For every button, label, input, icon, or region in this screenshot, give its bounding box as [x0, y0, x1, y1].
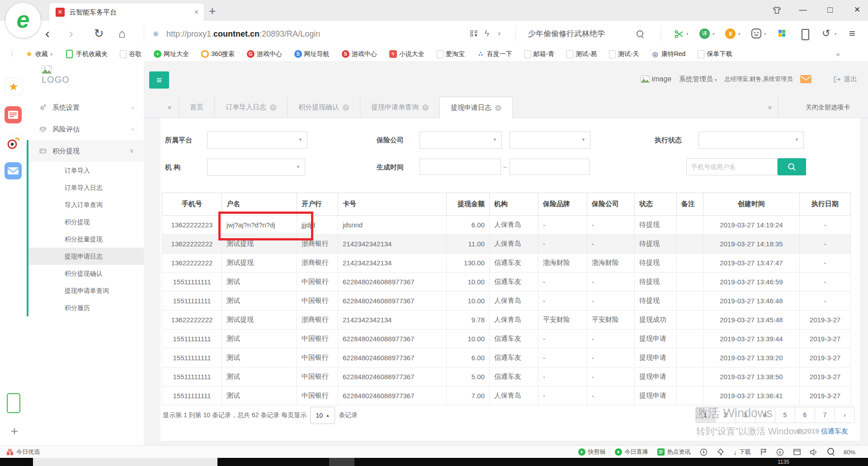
screenshot-scissors-icon[interactable]	[675, 30, 684, 38]
page-size-select[interactable]: 10▲	[310, 407, 335, 424]
download-button[interactable]: ↓下载	[733, 448, 751, 456]
tab-close-icon[interactable]: ×	[194, 3, 198, 21]
browser-logo-icon[interactable]	[5, 3, 41, 38]
column-header-手机号[interactable]: 手机号	[162, 193, 222, 216]
messages-icon[interactable]	[800, 75, 811, 83]
table-row[interactable]: 15511111111测试中国银行62284802460889773677.00…	[162, 386, 851, 405]
page-button-3[interactable]: 3	[735, 407, 755, 423]
table-row[interactable]: 13622222222测试提现浙商银行21423423421349.78人保青岛…	[162, 311, 851, 329]
page-button-4[interactable]: 4	[755, 407, 775, 423]
logout-button[interactable]: 退出	[833, 75, 857, 84]
user-role-dropdown[interactable]: 系统管理员 ▾	[679, 75, 717, 84]
table-row[interactable]: 13622222222测试提现浙商银行2142342342134130.00信通…	[162, 254, 851, 273]
workspace-tab-首页[interactable]: 首页	[179, 97, 215, 118]
page-button-1[interactable]: 1	[695, 407, 716, 423]
sidebar-item-积分批量提现[interactable]: 积分批量提现	[28, 231, 144, 248]
caret-down-icon[interactable]: ▾	[738, 32, 741, 36]
company-link[interactable]: 信通车友	[821, 427, 848, 435]
window-close-button[interactable]: ✕	[846, 0, 868, 20]
mobile-icon[interactable]	[802, 29, 809, 40]
platform-select[interactable]	[207, 132, 307, 149]
column-header-保险公司[interactable]: 保险公司	[587, 193, 635, 216]
translate-icon[interactable]: 译	[699, 28, 710, 39]
daily-picks-button[interactable]: 今日优选	[6, 446, 40, 458]
sidebar-item-订单导入[interactable]: 订单导入	[28, 162, 144, 179]
footer-app-今日直播[interactable]: 今日直播	[615, 448, 648, 456]
sidebar-toggle-button[interactable]	[149, 71, 169, 89]
workspace-tab-提现申请单查询[interactable]: 提现申请单查询	[360, 97, 440, 118]
bookmark-item[interactable]: 邮箱-青	[524, 50, 555, 58]
menu-icon[interactable]: ≡	[849, 21, 855, 47]
org-select[interactable]	[207, 159, 305, 176]
sidebar-item-提现申请日志[interactable]: 提现申请日志	[28, 248, 144, 265]
search-box[interactable]: 少年偷偷修行武林绝学	[528, 21, 605, 47]
tab-close-icon[interactable]	[270, 104, 276, 111]
bookmark-item[interactable]: ★收藏∨	[25, 50, 53, 58]
tab-close-icon[interactable]	[343, 104, 349, 111]
table-row[interactable]: 15511111111测试中国银行62284802460889773676.00…	[162, 348, 851, 367]
bookmark-item[interactable]: G游戏中心	[247, 50, 282, 58]
sidebar-item-导入订单查询[interactable]: 导入订单查询	[28, 196, 144, 213]
column-header-备注[interactable]: 备注	[677, 193, 703, 216]
mobile-app-icon[interactable]	[7, 393, 20, 413]
home-button[interactable]: ⌂	[118, 21, 126, 47]
tab-close-icon[interactable]	[495, 105, 501, 111]
workspace-tab-提现申请日志[interactable]: 提现申请日志	[440, 97, 513, 118]
weibo-icon[interactable]	[5, 134, 22, 151]
bookmark-item[interactable]: 谷歌	[120, 50, 142, 58]
table-row[interactable]: 15511111111测试中国银行622848024608897736710.0…	[162, 292, 851, 311]
window-layout-icon[interactable]	[793, 449, 801, 455]
workspace-tab-订单导入日志[interactable]: 订单导入日志	[215, 97, 288, 118]
back-button[interactable]: ‹	[45, 21, 50, 47]
tab-close-icon[interactable]	[422, 104, 429, 111]
gen-time-end-input[interactable]	[509, 159, 590, 175]
new-tab-button[interactable]: +	[209, 2, 216, 20]
column-header-户名[interactable]: 户名	[222, 193, 297, 216]
bookmark-item[interactable]: +网址大全	[154, 50, 189, 58]
table-row[interactable]: 13622222223jwj?aj?n?d?n?djjjjdjdjdsnnd6.…	[162, 216, 851, 235]
caret-down-icon[interactable]: ▾	[764, 32, 766, 36]
speaker-icon[interactable]	[810, 449, 818, 456]
sidebar-item-points-withdrawal[interactable]: 积分提现 ∨	[28, 140, 144, 162]
sidebar-item-订单导入日志[interactable]: 订单导入日志	[28, 179, 144, 196]
bookmark-item[interactable]: 保单下载	[698, 50, 732, 58]
workspace-tab-积分提现确认[interactable]: 积分提现确认	[288, 97, 360, 118]
history-icon[interactable]: ↺	[822, 21, 830, 47]
column-header-机构[interactable]: 机构	[490, 193, 538, 216]
exec-status-select[interactable]	[698, 132, 804, 149]
zoom-level[interactable]: 80%	[844, 449, 855, 456]
url-dropdown-icon[interactable]: ∨	[497, 21, 501, 47]
sidebar-item-risk-assessment[interactable]: 风险评估 ›	[27, 118, 144, 140]
sidebar-item-积分提现[interactable]: 积分提现	[28, 213, 144, 231]
wallet-icon[interactable]: ¥	[725, 28, 736, 39]
bookmark-item[interactable]: ϟ小说大全	[389, 50, 425, 58]
bookmark-item[interactable]: 测试-天	[609, 50, 639, 58]
sidebar-item-积分履历[interactable]: 积分履历	[28, 299, 144, 316]
apps-grid-icon[interactable]	[778, 30, 786, 37]
search-button[interactable]	[778, 158, 806, 175]
page-button-2[interactable]: 2	[715, 407, 736, 423]
gen-time-start-input[interactable]	[420, 159, 501, 175]
caret-down-icon[interactable]: ▾	[686, 32, 689, 36]
keyword-search-input[interactable]	[686, 158, 778, 175]
proxy-lightning-icon[interactable]	[700, 448, 708, 456]
column-header-执行日期[interactable]: 执行日期	[800, 193, 851, 216]
qr-code-icon[interactable]	[470, 30, 477, 37]
footer-app-快剪辑[interactable]: 快剪辑	[578, 448, 605, 456]
bookmark-item[interactable]: 360搜索	[201, 50, 234, 58]
search-icon[interactable]	[637, 30, 643, 39]
bookmark-item[interactable]: 爱淘宝	[437, 50, 465, 58]
sidebar-item-提现申请单查询[interactable]: 提现申请单查询	[28, 282, 144, 299]
forward-button[interactable]: ›	[69, 21, 73, 47]
flash-save-icon[interactable]: ϟ	[485, 21, 489, 47]
caret-down-icon[interactable]: ▾	[712, 32, 715, 36]
flag-icon[interactable]	[760, 448, 767, 456]
skin-icon[interactable]	[766, 0, 788, 20]
column-header-保险品牌[interactable]: 保险品牌	[538, 193, 587, 216]
tabs-scroll-right-button[interactable]: »	[762, 97, 778, 118]
close-all-tabs-button[interactable]: 关闭全部选项卡	[806, 97, 850, 118]
page-button-6[interactable]: 6	[795, 407, 815, 423]
window-maximize-button[interactable]: □	[819, 0, 841, 20]
insurer-select-1[interactable]	[420, 132, 502, 149]
mail-icon[interactable]	[5, 162, 22, 179]
